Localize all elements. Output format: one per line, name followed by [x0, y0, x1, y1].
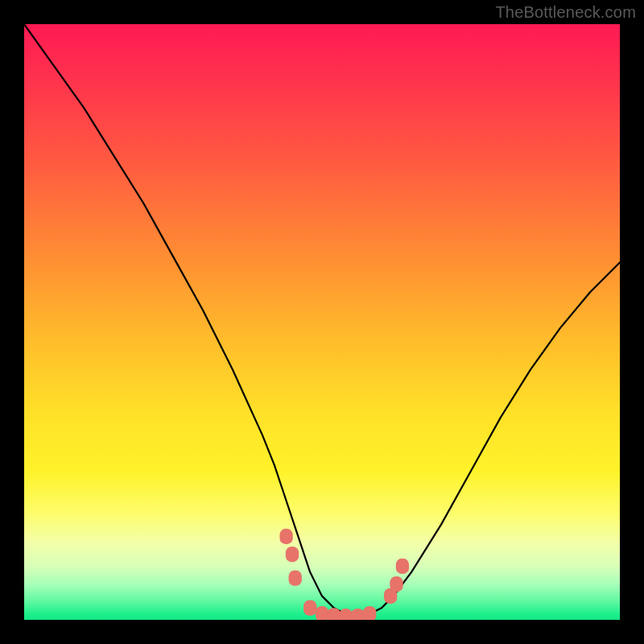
data-marker	[390, 576, 402, 592]
marker-group	[279, 529, 409, 620]
chart-svg	[24, 24, 620, 620]
series-group	[24, 24, 620, 617]
plot-area	[24, 24, 620, 620]
data-marker	[363, 606, 376, 620]
data-marker	[279, 529, 292, 544]
attribution-label: TheBottleneck.com	[495, 3, 636, 22]
data-marker	[351, 609, 364, 620]
series-left-arm	[24, 24, 357, 617]
data-marker	[396, 559, 409, 574]
data-marker	[316, 606, 328, 620]
data-marker	[286, 547, 299, 562]
data-marker	[339, 609, 352, 620]
chart-frame: TheBottleneck.com	[0, 0, 644, 644]
data-marker	[289, 571, 302, 586]
data-marker	[303, 601, 316, 616]
data-marker	[328, 608, 341, 620]
